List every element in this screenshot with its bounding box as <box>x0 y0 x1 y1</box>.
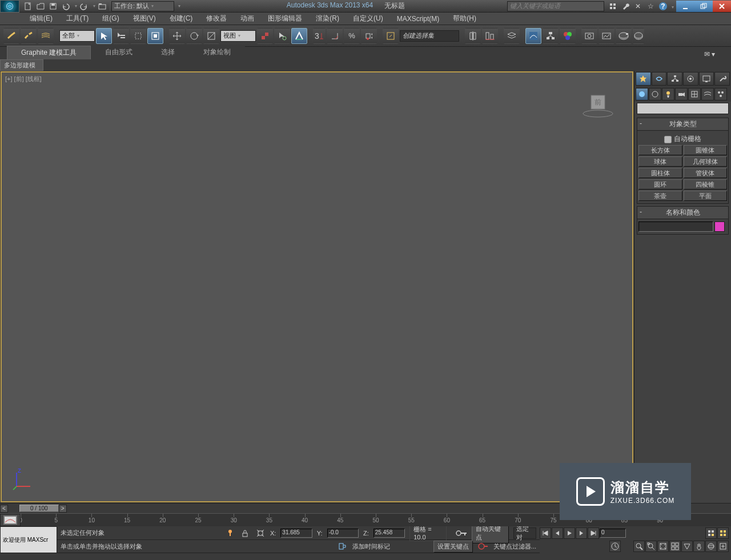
mirror-icon[interactable] <box>465 28 481 44</box>
new-file-icon[interactable] <box>22 1 34 12</box>
ref-coord-drop[interactable]: 视图 <box>220 30 256 42</box>
fov-icon[interactable] <box>681 541 693 552</box>
open-file-icon[interactable] <box>34 1 47 12</box>
create-圆锥体[interactable]: 圆锥体 <box>684 145 728 155</box>
layer-manager-icon[interactable] <box>504 28 520 44</box>
time-slider-prev[interactable]: < <box>0 505 8 513</box>
view-cube[interactable]: 前 <box>581 90 615 118</box>
object-name-input[interactable] <box>638 221 713 232</box>
undo-icon[interactable] <box>59 1 72 12</box>
schematic-view-icon[interactable] <box>543 28 559 44</box>
subcat-cameras-icon[interactable] <box>675 88 688 100</box>
close-button[interactable] <box>713 1 731 12</box>
workspace-select[interactable]: 工作台: 默认 <box>111 1 174 11</box>
orbit-icon[interactable] <box>705 541 717 552</box>
ribbon-tab-objectpaint[interactable]: 对象绘制 <box>189 45 245 59</box>
select-object-icon[interactable] <box>96 28 112 44</box>
viewport-all-icon[interactable] <box>717 527 729 539</box>
help-icon[interactable]: ? <box>657 1 669 12</box>
subcat-shapes-icon[interactable] <box>649 88 661 100</box>
select-link-icon[interactable] <box>3 28 19 44</box>
cmd-tab-hierarchy[interactable] <box>667 72 682 86</box>
create-圆柱体[interactable]: 圆柱体 <box>638 168 682 178</box>
render-iterative-icon[interactable] <box>633 28 644 44</box>
subcat-helpers-icon[interactable] <box>688 88 701 100</box>
move-icon[interactable] <box>169 28 185 44</box>
setkey-button[interactable]: 设置关键点 <box>433 541 473 553</box>
rollout-name-color[interactable]: -名称和颜色 <box>637 206 729 219</box>
select-region-rect-icon[interactable] <box>130 28 146 44</box>
redo-icon[interactable] <box>78 1 90 12</box>
keymode-drop[interactable]: 选定对 <box>513 527 536 539</box>
named-selection-drop[interactable]: 创建选择集 <box>400 30 459 42</box>
goto-end-icon[interactable] <box>588 527 599 539</box>
object-color-swatch[interactable] <box>714 221 725 232</box>
lock-icon[interactable] <box>240 527 250 539</box>
zoom-all-icon[interactable] <box>645 541 657 552</box>
cmd-tab-motion[interactable] <box>683 72 698 86</box>
current-frame-input[interactable]: 0 <box>600 529 626 538</box>
undo-dropdown-icon[interactable] <box>72 1 78 12</box>
viewport-label[interactable]: [+] [前] [线框] <box>5 75 42 83</box>
ribbon-tab-freeform[interactable]: 自由形式 <box>91 45 147 59</box>
snap-toggle-icon[interactable]: 3 <box>313 28 326 44</box>
x-input[interactable]: 31.685 <box>280 529 312 538</box>
create-圆环[interactable]: 圆环 <box>638 179 682 190</box>
menu-graph-editors[interactable]: 图形编辑器 <box>261 12 309 25</box>
create-球体[interactable]: 球体 <box>638 156 682 167</box>
cmd-tab-modify[interactable] <box>652 72 667 86</box>
y-input[interactable]: -0.0 <box>327 529 359 538</box>
menu-views[interactable]: 视图(V) <box>126 12 163 25</box>
ribbon-collapse-icon[interactable]: ✉ ▾ <box>700 49 720 59</box>
select-manipulate-icon[interactable] <box>274 28 290 44</box>
ribbon-tab-graphite[interactable]: Graphite 建模工具 <box>7 46 91 59</box>
search-input[interactable]: 键入关键字或短语 <box>507 1 604 11</box>
time-tag-icon[interactable] <box>336 541 348 552</box>
redo-dropdown-icon[interactable] <box>90 1 96 12</box>
subcat-geometry-icon[interactable] <box>636 88 648 100</box>
time-slider-handle[interactable]: 0 / 100 <box>19 505 59 512</box>
render-production-icon[interactable] <box>616 28 632 44</box>
primitive-category-drop[interactable]: 标准基本体▾ <box>637 103 729 114</box>
minimize-button[interactable] <box>676 1 694 12</box>
autogrid-checkbox[interactable]: 自动栅格 <box>638 133 727 145</box>
curve-editor-icon[interactable] <box>525 28 541 44</box>
key-filters[interactable]: 关键点过滤器... <box>493 542 536 551</box>
rollout-object-type[interactable]: -对象类型 <box>637 118 729 131</box>
zoom-extents-icon[interactable] <box>657 541 669 552</box>
unlink-icon[interactable] <box>21 28 37 44</box>
maximize-button[interactable] <box>694 1 713 12</box>
time-slider-next[interactable]: > <box>59 505 67 513</box>
save-file-icon[interactable] <box>47 1 59 12</box>
create-长方体[interactable]: 长方体 <box>638 145 682 155</box>
add-time-tag[interactable]: 添加时间标记 <box>352 542 390 551</box>
maxscript-listener[interactable]: 欢迎使用 MAXScr <box>0 526 57 553</box>
align-icon[interactable] <box>482 28 498 44</box>
menu-customize[interactable]: 自定义(U) <box>346 12 390 25</box>
viewport[interactable]: [+] [前] [线框] 前 z <box>1 71 633 502</box>
help-dropdown-icon[interactable] <box>669 2 674 10</box>
rotate-icon[interactable] <box>186 28 202 44</box>
cmd-tab-display[interactable] <box>699 72 714 86</box>
scale-icon[interactable] <box>203 28 219 44</box>
cmd-tab-create[interactable] <box>636 72 651 86</box>
rendered-frame-icon[interactable] <box>599 28 614 44</box>
comm-center-icon[interactable] <box>607 1 619 12</box>
menu-animation[interactable]: 动画 <box>234 12 261 25</box>
favorites-icon[interactable]: ☆ <box>644 1 657 12</box>
time-config-icon[interactable] <box>609 541 621 552</box>
percent-snap-icon[interactable]: % <box>344 28 360 44</box>
next-frame-icon[interactable] <box>576 527 587 539</box>
menu-group[interactable]: 组(G) <box>95 12 126 25</box>
bind-spacewarp-icon[interactable] <box>38 28 54 44</box>
create-茶壶[interactable]: 茶壶 <box>638 191 682 201</box>
selection-filter-drop[interactable]: 全部 <box>59 30 95 42</box>
max-viewport-toggle-icon[interactable] <box>717 541 729 552</box>
menu-modifiers[interactable]: 修改器 <box>199 12 234 25</box>
create-几何球体[interactable]: 几何球体 <box>684 156 728 167</box>
project-folder-icon[interactable] <box>96 1 109 12</box>
selection-lock-icon[interactable] <box>225 527 235 539</box>
qat-customize-icon[interactable] <box>174 1 182 12</box>
subcat-lights-icon[interactable] <box>662 88 674 100</box>
subcat-spacewarps-icon[interactable] <box>701 88 714 100</box>
